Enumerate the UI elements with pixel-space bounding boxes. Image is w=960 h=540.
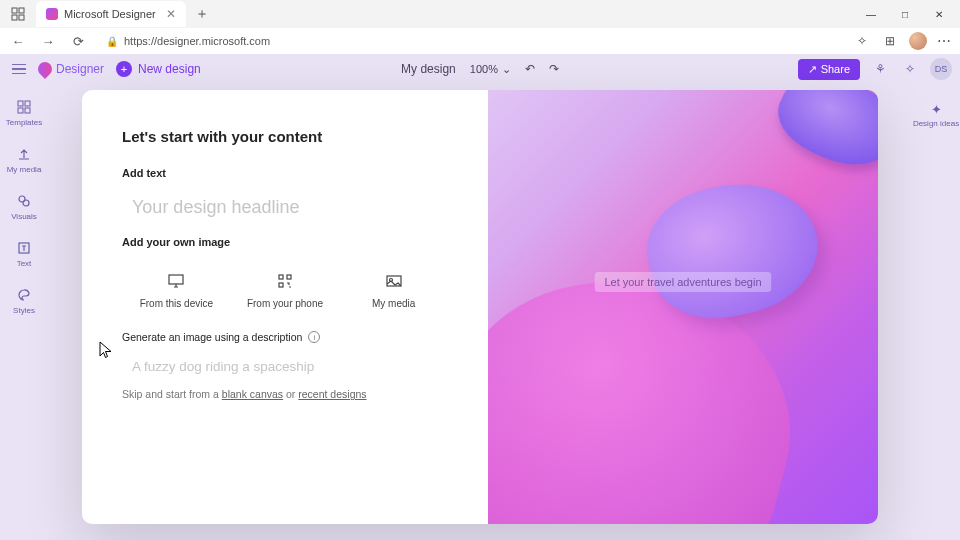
brand-label: Designer	[56, 62, 104, 76]
profile-avatar[interactable]	[909, 32, 927, 50]
new-design-button[interactable]: + New design	[116, 61, 201, 77]
redo-button[interactable]: ↷	[549, 62, 559, 76]
sidebar-label: Visuals	[11, 212, 37, 221]
svg-rect-6	[18, 108, 23, 113]
svg-rect-12	[279, 275, 283, 279]
my-media-button[interactable]: My media	[339, 266, 448, 317]
link-icon[interactable]: ⚘	[870, 59, 890, 79]
from-phone-button[interactable]: From your phone	[231, 266, 340, 317]
media-icon	[386, 274, 402, 288]
chevron-down-icon: ⌄	[502, 63, 511, 76]
from-device-label: From this device	[140, 298, 213, 309]
add-image-label: Add your own image	[122, 236, 448, 248]
url-text: https://designer.microsoft.com	[124, 35, 270, 47]
sidebar-item-my-media[interactable]: My media	[7, 145, 42, 174]
svg-rect-1	[19, 8, 24, 13]
start-content-modal: Let's start with your content Add text A…	[82, 90, 878, 524]
svg-rect-0	[12, 8, 17, 13]
logo-mark-icon	[35, 59, 55, 79]
add-text-label: Add text	[122, 167, 448, 179]
new-design-label: New design	[138, 62, 201, 76]
sidebar-item-templates[interactable]: Templates	[6, 98, 42, 127]
svg-rect-14	[279, 283, 283, 287]
my-media-label: My media	[372, 298, 415, 309]
sidebar-item-text[interactable]: Text	[15, 239, 33, 268]
modal-title: Let's start with your content	[122, 128, 448, 145]
svg-rect-11	[169, 275, 183, 284]
tab-title: Microsoft Designer	[64, 8, 156, 20]
minimize-button[interactable]: ―	[854, 2, 888, 26]
svg-rect-3	[19, 15, 24, 20]
qr-icon	[277, 274, 293, 288]
styles-icon	[15, 286, 33, 304]
svg-rect-13	[287, 275, 291, 279]
sidebar-label: Styles	[13, 306, 35, 315]
svg-point-9	[23, 200, 29, 206]
generate-label: Generate an image using a description	[122, 331, 302, 343]
sidebar-label: Design ideas	[913, 119, 959, 129]
share-button[interactable]: ↗ Share	[798, 59, 860, 80]
recent-designs-link[interactable]: recent designs	[298, 388, 366, 400]
tab-overview-icon[interactable]	[4, 2, 32, 26]
svg-rect-7	[25, 108, 30, 113]
sidebar-label: Text	[17, 259, 32, 268]
refresh-button[interactable]: ⟳	[68, 31, 88, 51]
plus-icon: +	[116, 61, 132, 77]
blank-canvas-link[interactable]: blank canvas	[222, 388, 283, 400]
headline-input[interactable]	[122, 183, 448, 236]
generate-image-input[interactable]	[122, 343, 448, 388]
browser-menu-icon[interactable]: ⋯	[937, 33, 952, 49]
sidebar-item-visuals[interactable]: Visuals	[11, 192, 37, 221]
notifications-icon[interactable]: ✧	[900, 59, 920, 79]
svg-rect-4	[18, 101, 23, 106]
favorites-icon[interactable]: ✧	[853, 32, 871, 50]
hamburger-menu[interactable]	[8, 58, 30, 80]
forward-button[interactable]: →	[38, 31, 58, 51]
sidebar-item-design-ideas[interactable]: ✦ Design ideas	[913, 102, 959, 129]
upload-icon	[15, 145, 33, 163]
skip-row: Skip and start from a blank canvas or re…	[122, 388, 448, 400]
close-tab-icon[interactable]: ✕	[166, 7, 176, 21]
zoom-control[interactable]: 100% ⌄	[470, 63, 511, 76]
sidebar-label: My media	[7, 165, 42, 174]
info-icon[interactable]: i	[308, 331, 320, 343]
maximize-button[interactable]: □	[888, 2, 922, 26]
favicon	[46, 8, 58, 20]
browser-tab[interactable]: Microsoft Designer ✕	[36, 1, 186, 27]
monitor-icon	[168, 274, 184, 288]
document-title[interactable]: My design	[401, 62, 456, 76]
sparkle-icon: ✦	[931, 102, 942, 117]
undo-button[interactable]: ↶	[525, 62, 535, 76]
sidebar-item-styles[interactable]: Styles	[13, 286, 35, 315]
from-device-button[interactable]: From this device	[122, 266, 231, 317]
from-phone-label: From your phone	[247, 298, 323, 309]
preview-tagline: Let your travel adventures begin	[594, 272, 771, 292]
sidebar-label: Templates	[6, 118, 42, 127]
designer-logo[interactable]: Designer	[38, 62, 104, 76]
share-label: Share	[821, 63, 850, 75]
back-button[interactable]: ←	[8, 31, 28, 51]
visuals-icon	[15, 192, 33, 210]
new-tab-button[interactable]: ＋	[190, 2, 214, 26]
user-avatar[interactable]: DS	[930, 58, 952, 80]
decorative-blob	[767, 90, 878, 182]
preview-pane: Let your travel adventures begin	[488, 90, 878, 524]
templates-icon	[15, 98, 33, 116]
address-bar[interactable]: 🔒 https://designer.microsoft.com	[98, 35, 843, 47]
close-window-button[interactable]: ✕	[922, 2, 956, 26]
share-icon: ↗	[808, 63, 817, 76]
lock-icon: 🔒	[106, 36, 118, 47]
extensions-icon[interactable]: ⊞	[881, 32, 899, 50]
svg-rect-5	[25, 101, 30, 106]
text-icon	[15, 239, 33, 257]
zoom-value: 100%	[470, 63, 498, 75]
svg-rect-2	[12, 15, 17, 20]
